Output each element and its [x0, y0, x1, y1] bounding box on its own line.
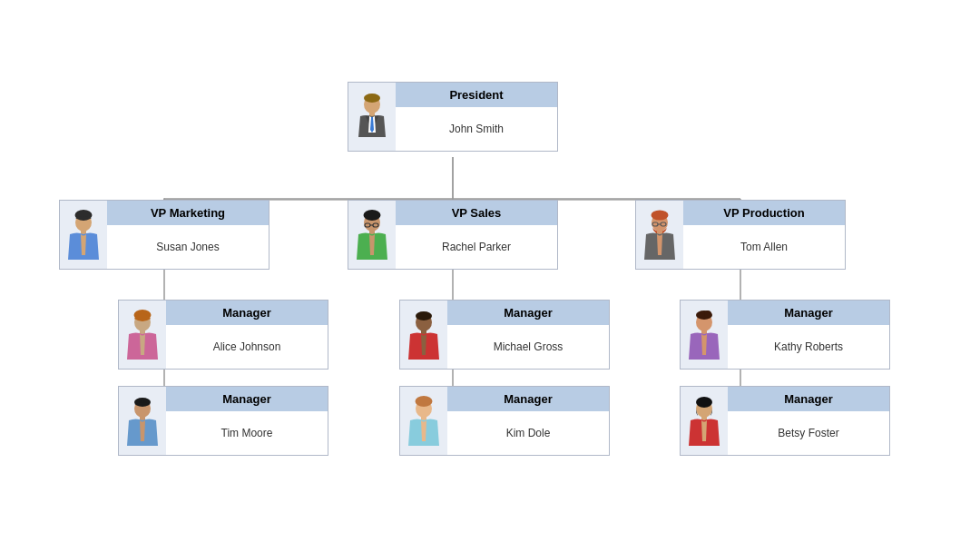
mgr-michael-avatar	[400, 301, 447, 369]
mgr-kathy-info: Manager Kathy Roberts	[728, 301, 889, 369]
vp-production-name: Tom Allen	[683, 225, 845, 269]
president-info: President John Smith	[396, 83, 557, 151]
vp-marketing-info: VP Marketing Susan Jones	[107, 201, 269, 269]
vp-sales-avatar	[348, 201, 396, 269]
mgr-tim-info: Manager Tim Moore	[166, 387, 328, 455]
node-vp-sales[interactable]: VP Sales Rachel Parker	[348, 200, 558, 270]
mgr-betsy-name: Betsy Foster	[728, 411, 889, 455]
president-title: President	[396, 83, 557, 107]
svg-point-51	[416, 311, 432, 320]
vp-marketing-title: VP Marketing	[107, 201, 269, 225]
mgr-kim-avatar	[400, 387, 447, 455]
svg-rect-28	[369, 112, 375, 116]
mgr-kathy-avatar	[681, 301, 728, 369]
president-name: John Smith	[396, 107, 557, 151]
vp-sales-title: VP Sales	[396, 201, 557, 225]
mgr-betsy-avatar	[681, 387, 728, 455]
vp-production-title: VP Production	[683, 201, 845, 225]
mgr-michael-info: Manager Michael Gross	[447, 301, 609, 369]
mgr-michael-title: Manager	[447, 301, 609, 325]
mgr-alice-avatar	[119, 301, 166, 369]
vp-production-avatar	[636, 201, 683, 269]
mgr-tim-title: Manager	[166, 387, 328, 411]
svg-point-33	[364, 210, 381, 221]
node-mgr-kim[interactable]: Manager Kim Dole	[399, 386, 610, 456]
svg-point-58	[704, 310, 711, 318]
vp-marketing-name: Susan Jones	[107, 225, 269, 269]
node-president[interactable]: President John Smith	[348, 82, 558, 152]
mgr-alice-info: Manager Alice Johnson	[166, 301, 328, 369]
svg-point-27	[364, 94, 380, 103]
node-vp-production[interactable]: VP Production Tom Allen	[635, 200, 846, 270]
mgr-alice-name: Alice Johnson	[166, 325, 328, 369]
mgr-kathy-title: Manager	[728, 301, 889, 325]
svg-point-30	[75, 210, 93, 221]
mgr-alice-title: Manager	[166, 301, 328, 325]
node-mgr-michael[interactable]: Manager Michael Gross	[399, 300, 610, 370]
vp-sales-name: Rachel Parker	[396, 225, 557, 269]
vp-production-info: VP Production Tom Allen	[683, 201, 845, 269]
mgr-kathy-name: Kathy Roberts	[728, 325, 889, 369]
mgr-kim-title: Manager	[447, 387, 609, 411]
node-mgr-alice[interactable]: Manager Alice Johnson	[118, 300, 328, 370]
org-chart: President John Smith VP Marketing Susan …	[0, 0, 980, 552]
node-mgr-betsy[interactable]: Manager Betsy Foster	[680, 386, 890, 456]
vp-sales-info: VP Sales Rachel Parker	[396, 201, 557, 269]
svg-point-39	[652, 211, 669, 221]
mgr-tim-name: Tim Moore	[166, 411, 328, 455]
mgr-tim-avatar	[119, 387, 166, 455]
node-mgr-kathy[interactable]: Manager Kathy Roberts	[680, 300, 890, 370]
mgr-kim-name: Kim Dole	[447, 411, 609, 455]
node-mgr-tim[interactable]: Manager Tim Moore	[118, 386, 328, 456]
mgr-betsy-title: Manager	[728, 387, 889, 411]
vp-marketing-avatar	[60, 201, 107, 269]
mgr-michael-name: Michael Gross	[447, 325, 609, 369]
mgr-betsy-info: Manager Betsy Foster	[728, 387, 889, 455]
president-avatar	[348, 83, 396, 151]
svg-point-61	[696, 397, 712, 408]
mgr-kim-info: Manager Kim Dole	[447, 387, 609, 455]
node-vp-marketing[interactable]: VP Marketing Susan Jones	[59, 200, 270, 270]
